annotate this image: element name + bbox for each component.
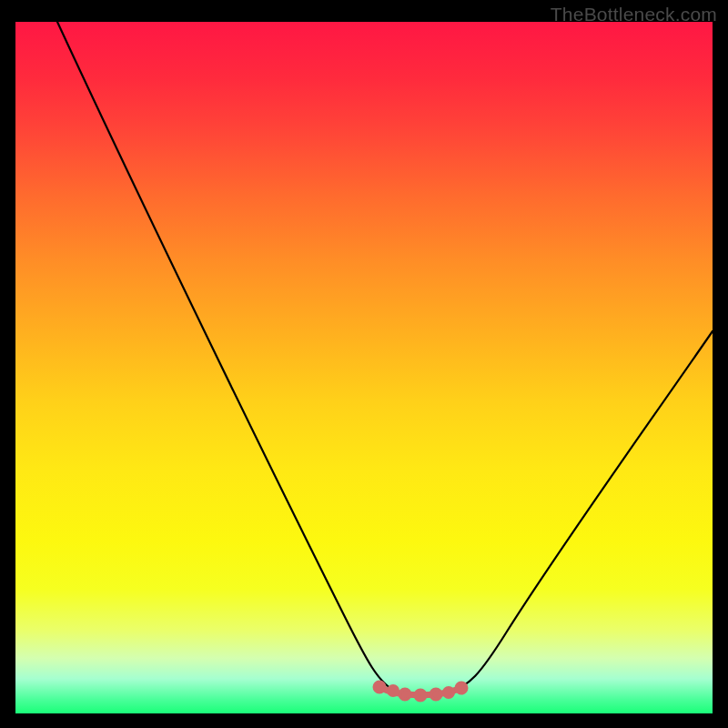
bottleneck-curve (57, 22, 713, 694)
watermark-text: TheBottleneck.com (551, 4, 717, 25)
svg-point-6 (446, 690, 452, 696)
svg-point-5 (390, 688, 397, 694)
optimal-segment (376, 683, 465, 699)
chart-svg (15, 22, 713, 713)
plot-area (15, 22, 713, 713)
chart-frame: TheBottleneck.com (0, 0, 728, 728)
svg-point-3 (458, 684, 465, 692)
svg-point-4 (417, 692, 424, 699)
